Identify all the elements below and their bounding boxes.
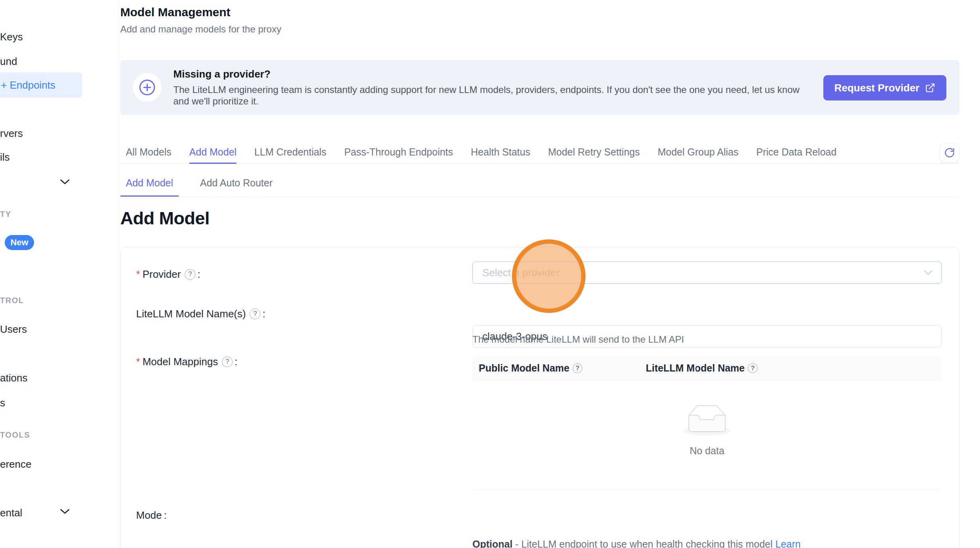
- sidebar-item-servers[interactable]: rvers: [0, 126, 23, 140]
- sidebar-item-organizations[interactable]: ations: [0, 371, 27, 385]
- sidebar-item-keys[interactable]: Keys: [0, 30, 23, 44]
- no-data-text: No data: [472, 445, 942, 457]
- banner-body: The LiteLLM engineering team is constant…: [173, 84, 806, 107]
- provider-select[interactable]: [472, 262, 942, 284]
- chevron-down-icon: [60, 509, 70, 514]
- mode-label: Mode :: [136, 508, 167, 522]
- page-subtitle: Add and manage models for the proxy: [120, 24, 281, 35]
- sidebar-item-experimental[interactable]: ental: [0, 506, 22, 520]
- required-mark: *: [136, 356, 140, 368]
- provider-label: * Provider ? :: [136, 267, 200, 281]
- model-name-helper: The model name LiteLLM will send to the …: [472, 334, 684, 345]
- model-tabs: All Models Add Model LLM Credentials Pas…: [120, 144, 959, 164]
- empty-state: [472, 405, 942, 439]
- tab-pass-through-endpoints[interactable]: Pass-Through Endpoints: [344, 144, 453, 163]
- missing-provider-banner: Missing a provider? The LiteLLM engineer…: [120, 60, 959, 115]
- help-icon[interactable]: ?: [185, 269, 195, 280]
- add-model-form-card: * Provider ? : LiteLLM Model Name(s) ? :…: [120, 247, 959, 548]
- tab-model-group-alias[interactable]: Model Group Alias: [658, 144, 738, 163]
- sidebar-section-1: TY: [0, 210, 11, 220]
- tab-model-retry-settings[interactable]: Model Retry Settings: [548, 144, 640, 163]
- required-mark: *: [136, 268, 140, 281]
- col-litellm-model-name: LiteLLM Model Name ?: [646, 362, 758, 374]
- subtab-add-model[interactable]: Add Model: [120, 174, 179, 196]
- external-link-icon: [925, 83, 935, 93]
- sidebar-item-models-endpoints[interactable]: + Endpoints: [0, 72, 82, 98]
- table-bottom-border: [472, 490, 942, 490]
- tab-price-data-reload[interactable]: Price Data Reload: [756, 144, 836, 163]
- provider-select-input[interactable]: [482, 267, 932, 279]
- help-icon[interactable]: ?: [222, 356, 233, 367]
- sidebar-item-teams[interactable]: s: [0, 396, 5, 410]
- tab-add-model[interactable]: Add Model: [189, 144, 237, 163]
- tab-all-models[interactable]: All Models: [126, 144, 171, 163]
- sidebar-item-users[interactable]: Users: [0, 322, 27, 336]
- model-name-label: LiteLLM Model Name(s) ? :: [136, 307, 265, 321]
- banner-title: Missing a provider?: [173, 68, 271, 80]
- app-screen: Keys und + Endpoints rvers ils TY New TR…: [0, 0, 980, 548]
- sidebar-item-guardrails[interactable]: ils: [0, 150, 10, 164]
- page-title: Model Management: [120, 6, 230, 19]
- new-badge: New: [5, 235, 34, 250]
- mappings-table-header: Public Model Name ? LiteLLM Model Name ?: [472, 356, 942, 380]
- learn-more-link[interactable]: Learn: [775, 539, 801, 548]
- empty-inbox-icon: [682, 405, 732, 437]
- mode-helper: Optional - LiteLLM endpoint to use when …: [472, 539, 801, 548]
- refresh-icon: [944, 147, 955, 158]
- chevron-down-icon: [924, 270, 933, 275]
- sidebar-section-3: TOOLS: [0, 430, 30, 441]
- help-icon[interactable]: ?: [572, 363, 582, 373]
- sidebar-section-2: TROL: [0, 296, 24, 306]
- request-provider-button[interactable]: Request Provider: [823, 75, 946, 100]
- help-icon[interactable]: ?: [748, 363, 758, 373]
- header-divider: [696, 363, 696, 374]
- sidebar-group-toggle[interactable]: [60, 175, 70, 189]
- sidebar-item-reference[interactable]: erence: [0, 457, 32, 471]
- refresh-button[interactable]: [940, 143, 959, 162]
- model-mappings-label: * Model Mappings ? :: [136, 355, 237, 369]
- sidebar: Keys und + Endpoints rvers ils TY New TR…: [0, 0, 119, 548]
- add-model-subtabs: Add Model Add Auto Router: [120, 174, 959, 197]
- plus-circle-icon: [133, 73, 161, 102]
- tab-health-status[interactable]: Health Status: [471, 144, 530, 163]
- sidebar-item-playground[interactable]: und: [0, 54, 17, 68]
- chevron-down-icon: [60, 179, 70, 185]
- subtab-add-auto-router[interactable]: Add Auto Router: [195, 174, 278, 196]
- form-heading: Add Model: [120, 208, 209, 229]
- col-public-model-name: Public Model Name ?: [479, 362, 582, 374]
- tab-llm-credentials[interactable]: LLM Credentials: [254, 144, 326, 163]
- help-icon[interactable]: ?: [250, 309, 260, 319]
